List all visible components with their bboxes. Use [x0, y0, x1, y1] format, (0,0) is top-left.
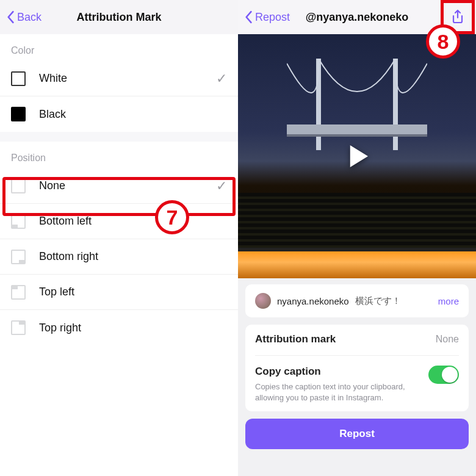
- section-label-color: Color: [0, 34, 238, 61]
- position-option-bottom-left[interactable]: Bottom left: [0, 204, 238, 239]
- back-button[interactable]: Back: [5, 0, 41, 34]
- caption-more-link[interactable]: more: [438, 296, 459, 306]
- share-button[interactable]: [445, 5, 470, 29]
- position-br-icon: [11, 250, 26, 264]
- position-option-bottom-right[interactable]: Bottom right: [0, 239, 238, 275]
- color-option-white[interactable]: White ✓: [0, 61, 238, 96]
- caption-text: 横浜です！: [355, 295, 401, 307]
- option-label: None: [39, 179, 65, 192]
- header: Back Attribution Mark: [0, 0, 238, 34]
- attribution-mark-screen: Back Attribution Mark Color White ✓ Blac…: [0, 0, 238, 476]
- play-icon: [341, 140, 373, 173]
- option-label: Black: [39, 108, 66, 121]
- option-label: Top right: [39, 322, 81, 334]
- swatch-black-icon: [11, 107, 26, 121]
- settings-card: Attribution mark None Copy caption Copie…: [245, 325, 469, 411]
- copy-caption-row: Copy caption Copies the caption text int…: [255, 355, 459, 403]
- check-icon: ✓: [216, 71, 227, 87]
- header: Repost @nyanya.nekoneko: [238, 0, 476, 34]
- attribution-mark-label: Attribution mark: [255, 333, 336, 345]
- caption-card[interactable]: nyanya.nekoneko 横浜です！ more: [245, 284, 469, 317]
- attribution-mark-row[interactable]: Attribution mark None: [255, 333, 459, 345]
- caption-username: nyanya.nekoneko: [277, 296, 349, 306]
- color-option-black[interactable]: Black: [0, 96, 238, 132]
- position-bl-icon: [11, 214, 26, 229]
- back-label: Repost: [255, 11, 290, 24]
- position-option-none[interactable]: None ✓: [0, 168, 238, 204]
- copy-caption-toggle[interactable]: [428, 366, 459, 384]
- option-label: Bottom left: [39, 215, 92, 228]
- option-label: Top left: [39, 286, 74, 298]
- position-option-top-left[interactable]: Top left: [0, 275, 238, 310]
- position-option-top-right[interactable]: Top right: [0, 310, 238, 345]
- position-tl-icon: [11, 285, 26, 300]
- check-icon: ✓: [216, 178, 227, 194]
- option-label: White: [39, 72, 67, 85]
- attribution-mark-value: None: [436, 334, 459, 345]
- back-button-repost[interactable]: Repost: [243, 0, 290, 34]
- page-title-username: @nyanya.nekoneko: [306, 11, 409, 24]
- position-tr-icon: [11, 320, 26, 335]
- position-none-icon: [11, 179, 26, 193]
- swatch-white-icon: [11, 71, 26, 86]
- option-label: Bottom right: [39, 250, 98, 263]
- share-icon: [450, 9, 465, 25]
- repost-screen: Repost @nyanya.nekoneko nyanya.nekoneko …: [238, 0, 476, 476]
- copy-caption-desc: Copies the caption text into your clipbo…: [255, 381, 414, 403]
- chevron-left-icon: [243, 10, 254, 24]
- copy-caption-label: Copy caption: [255, 366, 414, 378]
- repost-button-label: Repost: [339, 428, 375, 440]
- chevron-left-icon: [5, 10, 16, 24]
- avatar: [255, 293, 271, 309]
- media-preview[interactable]: [238, 34, 476, 278]
- repost-button[interactable]: Repost: [245, 419, 469, 449]
- section-label-position: Position: [0, 142, 238, 168]
- page-title: Attribution Mark: [77, 11, 162, 24]
- back-label: Back: [17, 11, 41, 24]
